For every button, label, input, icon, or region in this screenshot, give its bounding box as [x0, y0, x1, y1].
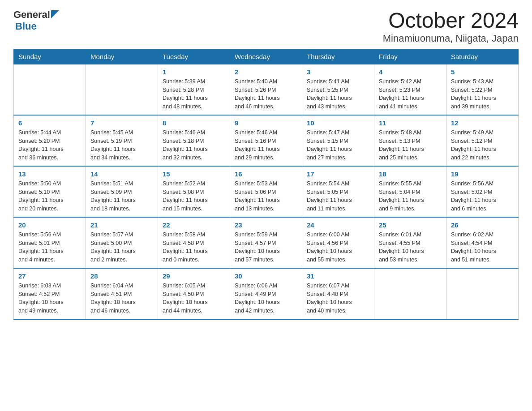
day-number: 23 [235, 221, 297, 229]
weekday-header-thursday: Thursday [302, 49, 374, 64]
day-number: 14 [90, 170, 153, 178]
day-number: 19 [451, 170, 514, 178]
day-info: Sunrise: 5:57 AM Sunset: 5:00 PM Dayligh… [90, 231, 153, 264]
calendar-cell: 6Sunrise: 5:44 AM Sunset: 5:20 PM Daylig… [14, 115, 86, 166]
day-info: Sunrise: 5:50 AM Sunset: 5:10 PM Dayligh… [18, 180, 81, 213]
calendar-cell: 19Sunrise: 5:56 AM Sunset: 5:02 PM Dayli… [446, 166, 519, 217]
calendar-title: October 2024 [383, 9, 519, 33]
day-number: 1 [163, 68, 225, 76]
weekday-header-row: SundayMondayTuesdayWednesdayThursdayFrid… [14, 49, 519, 64]
day-number: 13 [18, 170, 81, 178]
day-number: 2 [235, 68, 297, 76]
calendar-cell: 10Sunrise: 5:47 AM Sunset: 5:15 PM Dayli… [302, 115, 374, 166]
calendar-cell: 11Sunrise: 5:48 AM Sunset: 5:13 PM Dayli… [374, 115, 446, 166]
day-info: Sunrise: 5:51 AM Sunset: 5:09 PM Dayligh… [90, 180, 153, 213]
logo-arrow-icon [51, 10, 59, 18]
day-number: 31 [307, 272, 369, 280]
day-number: 30 [235, 272, 297, 280]
day-number: 3 [307, 68, 369, 76]
calendar-cell [86, 64, 158, 115]
day-info: Sunrise: 5:39 AM Sunset: 5:28 PM Dayligh… [163, 77, 225, 111]
day-info: Sunrise: 6:02 AM Sunset: 4:54 PM Dayligh… [451, 231, 514, 264]
day-number: 29 [163, 272, 225, 280]
calendar-week-row: 13Sunrise: 5:50 AM Sunset: 5:10 PM Dayli… [14, 166, 519, 217]
day-number: 11 [379, 119, 442, 127]
weekday-header-saturday: Saturday [446, 49, 519, 64]
weekday-header-friday: Friday [374, 49, 446, 64]
day-number: 25 [379, 221, 442, 229]
day-info: Sunrise: 5:48 AM Sunset: 5:13 PM Dayligh… [379, 128, 442, 162]
calendar-cell: 13Sunrise: 5:50 AM Sunset: 5:10 PM Dayli… [14, 166, 86, 217]
day-info: Sunrise: 5:59 AM Sunset: 4:57 PM Dayligh… [235, 231, 297, 264]
calendar-cell: 23Sunrise: 5:59 AM Sunset: 4:57 PM Dayli… [230, 217, 302, 268]
day-number: 16 [235, 170, 297, 178]
day-info: Sunrise: 5:56 AM Sunset: 5:02 PM Dayligh… [451, 180, 514, 213]
day-info: Sunrise: 5:56 AM Sunset: 5:01 PM Dayligh… [18, 231, 81, 264]
day-info: Sunrise: 5:44 AM Sunset: 5:20 PM Dayligh… [18, 128, 81, 162]
calendar-week-row: 27Sunrise: 6:03 AM Sunset: 4:52 PM Dayli… [14, 268, 519, 319]
calendar-cell: 26Sunrise: 6:02 AM Sunset: 4:54 PM Dayli… [446, 217, 519, 268]
day-number: 9 [235, 119, 297, 127]
day-info: Sunrise: 5:49 AM Sunset: 5:12 PM Dayligh… [451, 128, 514, 162]
weekday-header-monday: Monday [86, 49, 158, 64]
calendar-cell: 9Sunrise: 5:46 AM Sunset: 5:16 PM Daylig… [230, 115, 302, 166]
calendar-cell: 29Sunrise: 6:05 AM Sunset: 4:50 PM Dayli… [158, 268, 230, 319]
day-number: 8 [163, 119, 225, 127]
day-info: Sunrise: 5:58 AM Sunset: 4:58 PM Dayligh… [163, 231, 225, 264]
calendar-cell: 20Sunrise: 5:56 AM Sunset: 5:01 PM Dayli… [14, 217, 86, 268]
day-info: Sunrise: 5:52 AM Sunset: 5:08 PM Dayligh… [163, 180, 225, 213]
day-number: 7 [90, 119, 153, 127]
day-info: Sunrise: 5:46 AM Sunset: 5:18 PM Dayligh… [163, 128, 225, 162]
calendar-cell: 8Sunrise: 5:46 AM Sunset: 5:18 PM Daylig… [158, 115, 230, 166]
day-info: Sunrise: 5:54 AM Sunset: 5:05 PM Dayligh… [307, 180, 369, 213]
calendar-cell: 15Sunrise: 5:52 AM Sunset: 5:08 PM Dayli… [158, 166, 230, 217]
day-info: Sunrise: 5:53 AM Sunset: 5:06 PM Dayligh… [235, 180, 297, 213]
day-info: Sunrise: 5:47 AM Sunset: 5:15 PM Dayligh… [307, 128, 369, 162]
calendar-header: SundayMondayTuesdayWednesdayThursdayFrid… [14, 49, 519, 64]
logo-blue-text: Blue [15, 21, 37, 32]
calendar-cell: 28Sunrise: 6:04 AM Sunset: 4:51 PM Dayli… [86, 268, 158, 319]
calendar-cell: 27Sunrise: 6:03 AM Sunset: 4:52 PM Dayli… [14, 268, 86, 319]
day-number: 4 [379, 68, 442, 76]
calendar-week-row: 20Sunrise: 5:56 AM Sunset: 5:01 PM Dayli… [14, 217, 519, 268]
day-number: 12 [451, 119, 514, 127]
calendar-cell: 3Sunrise: 5:41 AM Sunset: 5:25 PM Daylig… [302, 64, 374, 115]
day-number: 17 [307, 170, 369, 178]
day-number: 18 [379, 170, 442, 178]
day-info: Sunrise: 6:01 AM Sunset: 4:55 PM Dayligh… [379, 231, 442, 264]
day-info: Sunrise: 5:46 AM Sunset: 5:16 PM Dayligh… [235, 128, 297, 162]
day-info: Sunrise: 6:04 AM Sunset: 4:51 PM Dayligh… [90, 282, 153, 315]
title-block: October 2024 Minamiuonuma, Niigata, Japa… [383, 9, 519, 44]
calendar-cell: 18Sunrise: 5:55 AM Sunset: 5:04 PM Dayli… [374, 166, 446, 217]
day-number: 24 [307, 221, 369, 229]
day-info: Sunrise: 5:42 AM Sunset: 5:23 PM Dayligh… [379, 77, 442, 111]
calendar-cell: 21Sunrise: 5:57 AM Sunset: 5:00 PM Dayli… [86, 217, 158, 268]
calendar-cell: 14Sunrise: 5:51 AM Sunset: 5:09 PM Dayli… [86, 166, 158, 217]
day-info: Sunrise: 5:55 AM Sunset: 5:04 PM Dayligh… [379, 180, 442, 213]
day-number: 26 [451, 221, 514, 229]
weekday-header-wednesday: Wednesday [230, 49, 302, 64]
day-info: Sunrise: 6:07 AM Sunset: 4:48 PM Dayligh… [307, 282, 369, 315]
calendar-location: Minamiuonuma, Niigata, Japan [383, 33, 519, 44]
weekday-header-sunday: Sunday [14, 49, 86, 64]
calendar-cell: 7Sunrise: 5:45 AM Sunset: 5:19 PM Daylig… [86, 115, 158, 166]
calendar-cell [374, 268, 446, 319]
day-info: Sunrise: 6:06 AM Sunset: 4:49 PM Dayligh… [235, 282, 297, 315]
day-number: 10 [307, 119, 369, 127]
day-number: 22 [163, 221, 225, 229]
calendar-cell: 4Sunrise: 5:42 AM Sunset: 5:23 PM Daylig… [374, 64, 446, 115]
page-header: General Blue October 2024 Minamiuonuma, … [13, 9, 519, 44]
calendar-cell: 30Sunrise: 6:06 AM Sunset: 4:49 PM Dayli… [230, 268, 302, 319]
weekday-header-tuesday: Tuesday [158, 49, 230, 64]
calendar-cell: 17Sunrise: 5:54 AM Sunset: 5:05 PM Dayli… [302, 166, 374, 217]
calendar-cell: 22Sunrise: 5:58 AM Sunset: 4:58 PM Dayli… [158, 217, 230, 268]
day-number: 21 [90, 221, 153, 229]
day-number: 20 [18, 221, 81, 229]
day-info: Sunrise: 5:43 AM Sunset: 5:22 PM Dayligh… [451, 77, 514, 111]
calendar-cell [446, 268, 519, 319]
calendar-cell: 5Sunrise: 5:43 AM Sunset: 5:22 PM Daylig… [446, 64, 519, 115]
logo: General Blue [13, 9, 59, 32]
day-number: 6 [18, 119, 81, 127]
calendar-cell [14, 64, 86, 115]
calendar-cell: 31Sunrise: 6:07 AM Sunset: 4:48 PM Dayli… [302, 268, 374, 319]
